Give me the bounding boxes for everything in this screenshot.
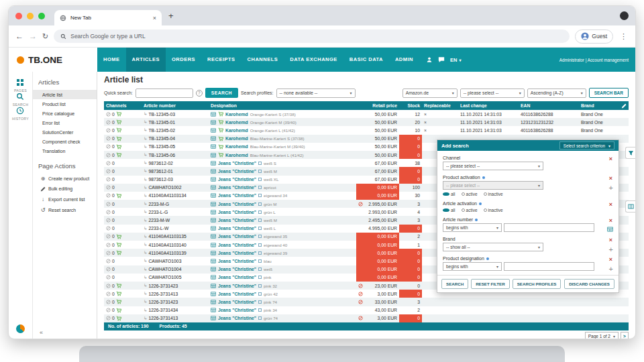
chat-icon[interactable]	[438, 56, 445, 63]
overlay-action-button[interactable]: RESET FILTER	[471, 279, 510, 289]
app-logo[interactable]: TB.ONE	[9, 48, 97, 72]
help-icon[interactable]: ?	[196, 90, 203, 97]
add-criterion-icon[interactable]: +	[609, 184, 613, 192]
new-tab-button[interactable]: +	[168, 11, 174, 21]
sidebar-item[interactable]: SolutionCenter	[33, 127, 97, 137]
nav-item[interactable]: HOME	[97, 48, 126, 72]
value-list-icon[interactable]	[607, 227, 613, 232]
nav-item[interactable]: BASIC DATA	[343, 48, 389, 72]
sidebar-item[interactable]: Product list	[33, 99, 97, 109]
secondary-select[interactable]: -- please select -- ▾	[460, 88, 525, 98]
remove-criterion-icon[interactable]: ×	[609, 218, 612, 224]
forward-icon[interactable]: →	[29, 32, 37, 41]
page-action-item[interactable]: ⊕ Create new product	[33, 173, 97, 184]
rail-item[interactable]: HISTORY	[12, 107, 29, 121]
add-criterion-icon[interactable]: +	[609, 265, 613, 273]
overlay-action-button[interactable]: DISCARD CHANGES	[564, 279, 614, 289]
radio-inactive[interactable]: inactive	[484, 208, 503, 213]
table-row[interactable]: 0 ↳ 1226-3731413	[104, 314, 629, 322]
table-row[interactable]: 0 ↳ TB-12345-01	[104, 118, 629, 126]
sidebar-item[interactable]: Error list	[33, 118, 97, 127]
channel-count: 0	[112, 218, 115, 223]
operator-select[interactable]: begins with ▾	[443, 223, 502, 232]
nav-item[interactable]: ADMIN	[389, 48, 419, 72]
back-icon[interactable]: ←	[15, 32, 23, 41]
radio-all[interactable]: all	[443, 208, 455, 213]
browser-tab[interactable]: New Tab ×	[54, 10, 162, 25]
search-button[interactable]: SEARCH	[205, 88, 238, 98]
remove-criterion-icon[interactable]: ×	[609, 176, 612, 182]
edit-columns-icon[interactable]	[615, 103, 629, 109]
page-action-label: Export current list	[48, 197, 85, 202]
overlay-action-button[interactable]: SEARCH PROFILES	[513, 279, 561, 289]
radio-inactive[interactable]: inactive	[484, 192, 503, 196]
language-select[interactable]: EN ▾	[450, 57, 461, 63]
radio-active[interactable]: active	[462, 208, 478, 213]
window-close-button[interactable]	[15, 13, 22, 19]
rail-item[interactable]: SEARCH	[12, 93, 29, 107]
criterion-value-input[interactable]	[504, 223, 594, 232]
page-action-item[interactable]: ↓ Export current list	[33, 194, 97, 204]
address-bar[interactable]: Search Google or type a URL	[54, 29, 570, 43]
no-channel-icon	[106, 202, 111, 206]
columns-tab[interactable]	[625, 200, 635, 213]
nav-item[interactable]: DATA EXCHANGE	[284, 48, 343, 72]
rail-item[interactable]: PAGES	[12, 78, 29, 93]
tab-strip-control-icon[interactable]	[620, 11, 629, 20]
sidebar-item[interactable]: Article list	[33, 90, 97, 99]
search-criterion-select[interactable]: Select search criterion ▾	[559, 141, 614, 149]
sidebar-item[interactable]: Component check	[33, 137, 97, 146]
reload-icon[interactable]: ↻	[42, 32, 48, 41]
table-row[interactable]: 0 ↳ TB-12345-02	[104, 126, 629, 134]
page-action-item[interactable]: Bulk editing	[33, 184, 97, 194]
search-bar-button[interactable]: SEARCH BAR	[589, 88, 629, 98]
table-row[interactable]: 0 ↳ 1226-3731434	[104, 306, 629, 314]
add-criterion-icon[interactable]: +	[609, 246, 613, 253]
activation-radio-group: all active inactive	[443, 192, 594, 196]
filter-tab[interactable]	[625, 147, 635, 159]
profile-button[interactable]: Guest	[575, 29, 613, 44]
nav-item[interactable]: ORDERS	[166, 48, 201, 72]
article-number-cell: ↳ 2233-L-G	[142, 208, 209, 216]
channel-count: 0	[112, 308, 115, 312]
tab-close-icon[interactable]: ×	[153, 15, 156, 21]
remove-criterion-icon[interactable]: ×	[609, 257, 612, 263]
table-row[interactable]: 0 ↳ 1226-3731423	[104, 298, 629, 306]
sidebar-collapse-button[interactable]: «	[33, 326, 50, 339]
remove-criterion-icon[interactable]: ×	[609, 202, 612, 208]
criterion-select[interactable]: -- please select -- ▾	[443, 181, 543, 190]
window-minimize-button[interactable]	[27, 13, 34, 19]
operator-select[interactable]: begins with ▾	[443, 262, 502, 271]
nav-item[interactable]: CHANNELS	[241, 48, 284, 72]
channel-count: 0	[112, 292, 115, 296]
criterion-select[interactable]: -- show all -- ▾	[443, 243, 543, 251]
quick-search-input[interactable]	[136, 88, 193, 98]
browser-menu-icon[interactable]: ⋮	[619, 32, 629, 41]
search-profiles-select[interactable]: -- none available -- ▾	[276, 88, 356, 98]
window-zoom-button[interactable]	[38, 13, 45, 19]
stock-cell: 0	[399, 274, 422, 282]
user-settings-icon[interactable]	[426, 56, 433, 63]
next-page-button[interactable]: >	[621, 332, 629, 339]
sidebar-item[interactable]: Translation	[33, 146, 97, 156]
page-select[interactable]: Page 1 of 2 ▾	[585, 332, 619, 339]
nav-item[interactable]: RECEIPTS	[201, 48, 241, 72]
criterion-select[interactable]: -- please select -- ▾	[443, 162, 543, 170]
sidebar-item[interactable]: Price catalogue	[33, 109, 97, 118]
designation-cell: Jeans "Christine" eigewand 39	[209, 249, 356, 257]
channel-count: 0	[112, 243, 115, 247]
account-management-link[interactable]: Administrator | Account management	[559, 58, 635, 62]
page-action-item[interactable]: ↺ Reset search	[33, 204, 97, 215]
table-row[interactable]: 0 ↳ TB-12345-03	[104, 110, 629, 118]
overlay-action-button[interactable]: SEARCH	[441, 279, 468, 289]
criterion-value-input[interactable]	[504, 262, 594, 271]
radio-all[interactable]: all	[443, 192, 455, 196]
remove-criterion-icon[interactable]: ×	[609, 237, 612, 243]
channel-select[interactable]: Amazon.de ▾	[402, 88, 458, 98]
retail-price-cell: 0,00 EUR	[356, 274, 399, 282]
stock-value: 3	[417, 218, 420, 223]
sort-select[interactable]: Ascending (A-Z) ▾	[527, 88, 586, 98]
radio-active[interactable]: active	[462, 192, 478, 196]
nav-item[interactable]: ARTICLES	[126, 48, 166, 72]
remove-criterion-icon[interactable]: ×	[609, 156, 612, 162]
